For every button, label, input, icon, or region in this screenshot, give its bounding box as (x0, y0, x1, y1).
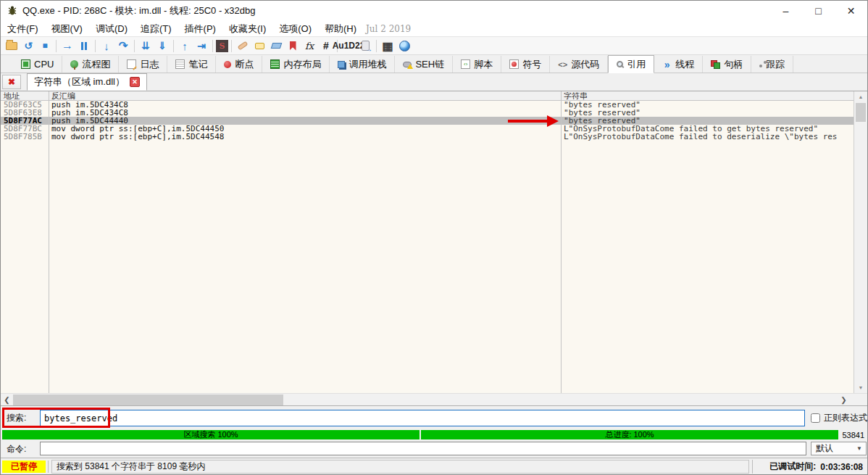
tab-label: 日志 (140, 58, 159, 71)
menu-help[interactable]: 帮助(H) (318, 21, 363, 37)
threads-icon (662, 59, 672, 69)
call-stack-icon (338, 61, 345, 68)
tab-references[interactable]: 引用 (608, 55, 654, 73)
tab-trace[interactable]: 跟踪 (751, 56, 793, 73)
open-file-icon[interactable] (4, 38, 20, 54)
pause-icon[interactable] (76, 38, 92, 54)
close-all-tabs-button[interactable]: ✖ (2, 75, 21, 89)
disasm-cell: push im.5DC434C8 (49, 101, 561, 109)
scroll-left-icon[interactable]: ❮ (1, 394, 13, 406)
toolbar-separator (95, 40, 96, 52)
table-row[interactable]: 5D8F63C5 push im.5DC434C8 "bytes_reserve… (1, 101, 867, 109)
vertical-scrollbar[interactable]: ▲ ▼ (854, 91, 867, 393)
tab-threads[interactable]: 线程 (654, 56, 703, 73)
step-into-icon[interactable] (99, 38, 114, 54)
tab-handles[interactable]: 句柄 (703, 56, 751, 73)
scroll-down-icon[interactable]: ▼ (854, 382, 867, 393)
string-cell: "bytes_reserved" (561, 117, 867, 125)
horizontal-scrollbar[interactable]: ❮ ❯ (1, 393, 867, 405)
tab-source[interactable]: 源代码 (550, 56, 608, 73)
command-input[interactable] (40, 442, 806, 455)
search-input[interactable] (40, 410, 805, 426)
search-match: bytes_reserved (746, 125, 814, 133)
tab-label: SEH链 (415, 58, 444, 71)
tab-label: 笔记 (188, 58, 207, 71)
tab-graph[interactable]: 流程图 (62, 56, 119, 73)
maximize-button[interactable]: □ (802, 1, 835, 21)
bookmark-icon[interactable] (285, 38, 301, 54)
tab-label: 调用堆栈 (349, 58, 386, 71)
notes-icon (175, 59, 185, 69)
regex-checkbox[interactable] (811, 413, 820, 423)
menu-trace[interactable]: 追踪(T) (134, 21, 178, 37)
doc-tab-label: 字符串（区域 im.dll） (34, 75, 125, 88)
scrollbar-thumb[interactable] (13, 395, 283, 405)
strings-doc-tab[interactable]: 字符串（区域 im.dll） ✕ (27, 73, 147, 91)
attach-icon[interactable] (357, 38, 373, 54)
document-tab-bar: ✖ 字符串（区域 im.dll） ✕ (1, 73, 867, 91)
scylla-icon[interactable] (216, 40, 228, 52)
cpu-icon (21, 59, 30, 69)
tab-memory-map[interactable]: 内存布局 (262, 56, 330, 73)
globe-icon[interactable] (396, 38, 412, 54)
column-divider[interactable] (49, 91, 49, 393)
table-row[interactable]: 5D8F63E8 push im.5DC434C8 "bytes_reserve… (1, 109, 867, 117)
status-message: 搜索到 53841 个字符串于 8109 毫秒内 (51, 460, 749, 474)
table-row-selected[interactable]: 5D8F77AC push im.5DC44440 "bytes_reserve… (1, 117, 867, 125)
region-search-progressbar: 区域搜索 100% (2, 430, 420, 439)
tab-breakpoints[interactable]: 断点 (216, 56, 262, 73)
menu-debug[interactable]: 调试(D) (89, 21, 134, 37)
column-divider[interactable] (561, 91, 562, 393)
trace-into-icon[interactable] (138, 38, 154, 54)
minimize-button[interactable]: – (769, 1, 802, 21)
comment-icon[interactable] (251, 38, 267, 54)
scrollbar-thumb[interactable] (856, 103, 866, 122)
profile-dropdown[interactable]: 默认 ▼ (811, 442, 867, 455)
tab-script[interactable]: 脚本 (453, 56, 501, 73)
function-fx-icon[interactable] (301, 38, 317, 54)
tab-cpu[interactable]: CPU (13, 56, 62, 73)
column-header-disassembly[interactable]: 反汇编 (49, 91, 561, 100)
step-over-icon[interactable] (115, 38, 131, 54)
run-to-user-code-icon[interactable] (193, 38, 209, 54)
log-icon (127, 59, 136, 69)
toolbar-separator (56, 40, 57, 52)
window-controls: – □ ✕ (769, 1, 867, 21)
scroll-up-icon[interactable]: ▲ (854, 91, 867, 102)
column-header-string[interactable]: 字符串 (561, 91, 867, 100)
tab-label: 内存布局 (283, 58, 321, 71)
column-header-address[interactable]: 地址 (1, 91, 49, 100)
tab-call-stack[interactable]: 调用堆栈 (330, 56, 395, 73)
string-cell: "bytes_reserved" (561, 101, 867, 109)
tab-notes[interactable]: 笔记 (167, 56, 216, 73)
restart-icon[interactable] (20, 38, 36, 54)
statusbar-divider (48, 460, 49, 473)
main-tab-bar: CPU 流程图 日志 笔记 断点 内存布局 调用堆栈 SEH链 脚本 符号 源代… (1, 55, 867, 73)
run-icon[interactable] (59, 38, 75, 54)
close-button[interactable]: ✕ (835, 1, 867, 21)
execute-till-return-icon[interactable] (177, 38, 193, 54)
menu-view[interactable]: 视图(V) (45, 21, 89, 37)
patch-icon[interactable] (235, 38, 251, 54)
ascii-az-icon[interactable] (341, 38, 356, 54)
menu-file[interactable]: 文件(F) (1, 21, 45, 37)
handles-icon (711, 59, 720, 69)
address-cell: 5D8F77BC (1, 125, 49, 133)
tab-label: 符号 (522, 58, 541, 71)
table-row[interactable]: 5D8F785B mov dword ptr ss:[ebp+C],im.5DC… (1, 133, 867, 141)
menu-options[interactable]: 选项(O) (272, 21, 318, 37)
chevron-down-icon: ▼ (856, 445, 862, 452)
table-row[interactable]: 5D8F77BC mov dword ptr ss:[ebp+C],im.5DC… (1, 125, 867, 133)
stop-icon[interactable] (37, 38, 53, 54)
scroll-right-icon[interactable]: ❯ (838, 394, 850, 406)
trace-over-icon[interactable] (154, 38, 170, 54)
close-tab-icon[interactable]: ✕ (130, 77, 140, 87)
menu-favourites[interactable]: 收藏夹(I) (222, 21, 272, 37)
tab-symbols[interactable]: 符号 (501, 56, 550, 73)
address-cell: 5D8F63C5 (1, 101, 49, 109)
label-icon[interactable] (268, 38, 284, 54)
menu-plugins[interactable]: 插件(P) (178, 21, 222, 37)
tab-seh[interactable]: SEH链 (395, 56, 453, 73)
tab-log[interactable]: 日志 (119, 56, 167, 73)
calculator-icon[interactable] (380, 38, 396, 54)
